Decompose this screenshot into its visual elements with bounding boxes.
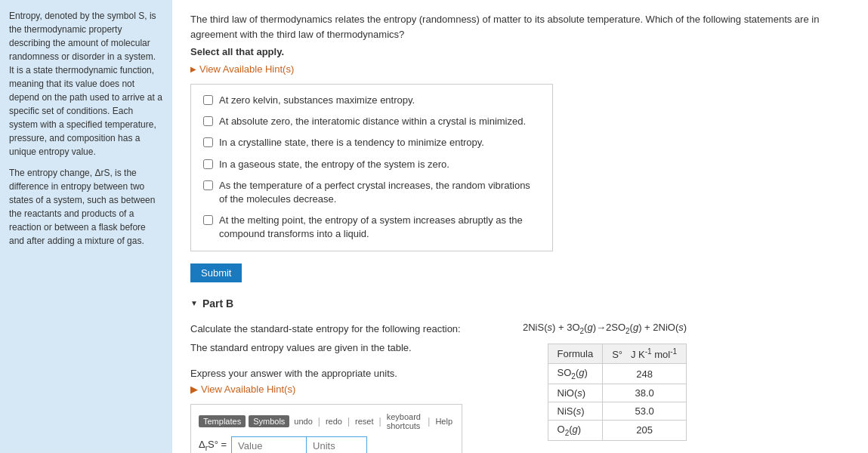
help-link[interactable]: Help [435,417,453,426]
option-checkbox-5[interactable] [203,180,213,190]
redo-link[interactable]: redo [326,417,342,426]
part-a-question: The third law of thermodynamics relates … [190,12,840,42]
hint-arrow-icon: ▶ [190,65,196,73]
options-box: At zero kelvin, substances maximize entr… [190,84,553,251]
option-item-5: As the temperature of a perfect crystal … [203,179,540,206]
option-checkbox-3[interactable] [203,137,213,147]
answer-value-input[interactable] [231,436,307,454]
answer-units-input[interactable] [307,436,367,454]
answer-box: Templates Symbols undo | redo | reset | … [190,404,462,454]
table-header-formula: Formula [548,344,603,364]
toolbar: Templates Symbols undo | redo | reset | … [199,412,454,430]
symbols-button[interactable]: Symbols [249,415,289,427]
part-b-hint-link[interactable]: ▶ View Available Hint(s) [190,384,493,395]
table-cell-formula-1: SO2(g) [548,364,603,384]
undo-link[interactable]: undo [294,417,312,426]
option-item-1: At zero kelvin, substances maximize entr… [203,94,540,107]
option-label-6: At the melting point, the entropy of a s… [219,214,540,241]
part-b-note: The standard entropy values are given in… [190,341,493,356]
table-row: O2(g) 205 [548,421,687,441]
option-checkbox-1[interactable] [203,95,213,105]
part-b-content: Calculate the standard-state entropy for… [190,322,850,454]
part-b-hint-arrow-icon: ▶ [190,384,198,395]
part-a-hint-text: View Available Hint(s) [199,63,294,75]
part-b-hint-text: View Available Hint(s) [201,384,295,395]
part-b-header-label: Part B [202,297,233,310]
answer-label: ΔrS° = [199,439,227,452]
option-label-2: At absolute zero, the interatomic distan… [219,115,526,128]
option-checkbox-4[interactable] [203,159,213,169]
option-label-1: At zero kelvin, substances maximize entr… [219,94,415,107]
templates-button[interactable]: Templates [199,415,246,427]
reset-link[interactable]: reset [355,417,373,426]
answer-row: ΔrS° = [199,436,454,454]
express-label: Express your answer with the appropriate… [190,368,397,379]
part-b-right: 2NiS(s) + 3O2(g)→2SO2(g) + 2NiO(s) Formu… [523,322,687,441]
main-content: The third law of thermodynamics relates … [172,0,868,453]
part-b-description: Calculate the standard-state entropy for… [190,322,493,337]
table-row: NiO(s) 38.0 [548,384,687,402]
table-cell-entropy-2: 38.0 [603,384,687,402]
keyboard-shortcuts-link[interactable]: keyboard shortcuts [387,412,423,430]
option-checkbox-6[interactable] [203,215,213,225]
table-cell-formula-4: O2(g) [548,421,603,441]
option-item-2: At absolute zero, the interatomic distan… [203,115,540,128]
part-b-triangle-icon: ▼ [190,299,198,307]
part-b-left: Calculate the standard-state entropy for… [190,322,493,454]
table-cell-formula-2: NiO(s) [548,384,603,402]
sidebar-paragraph1: Entropy, denoted by the symbol S, is the… [9,9,163,159]
table-cell-entropy-4: 205 [603,421,687,441]
table-cell-formula-3: NiS(s) [548,402,603,421]
option-label-3: In a crystalline state, there is a tende… [219,136,484,149]
submit-button[interactable]: Submit [190,263,242,282]
option-label-5: As the temperature of a perfect crystal … [219,179,540,206]
entropy-table: Formula S° J K-1 mol-1 SO2(g) 248 NiO(s)… [548,344,687,441]
sidebar: Entropy, denoted by the symbol S, is the… [0,0,172,453]
reaction-equation: 2NiS(s) + 3O2(g)→2SO2(g) + 2NiO(s) [523,322,687,335]
part-b-header: ▼ Part B [190,297,850,310]
part-a-section: The third law of thermodynamics relates … [190,12,850,297]
part-a-hint-link[interactable]: ▶ View Available Hint(s) [190,63,850,75]
part-b-section: ▼ Part B Calculate the standard-state en… [190,297,850,454]
table-cell-entropy-1: 248 [603,364,687,384]
table-row: NiS(s) 53.0 [548,402,687,421]
table-cell-entropy-3: 53.0 [603,402,687,421]
express-text: Express your answer with the appropriate… [190,368,493,379]
sidebar-paragraph2: The entropy change, ΔrS, is the differen… [9,166,163,248]
option-item-6: At the melting point, the entropy of a s… [203,214,540,241]
option-checkbox-2[interactable] [203,116,213,126]
table-row: SO2(g) 248 [548,364,687,384]
option-label-4: In a gaseous state, the entropy of the s… [219,158,449,171]
table-header-entropy: S° J K-1 mol-1 [603,344,687,364]
option-item-4: In a gaseous state, the entropy of the s… [203,158,540,171]
option-item-3: In a crystalline state, there is a tende… [203,136,540,149]
select-all-label: Select all that apply. [190,46,850,57]
